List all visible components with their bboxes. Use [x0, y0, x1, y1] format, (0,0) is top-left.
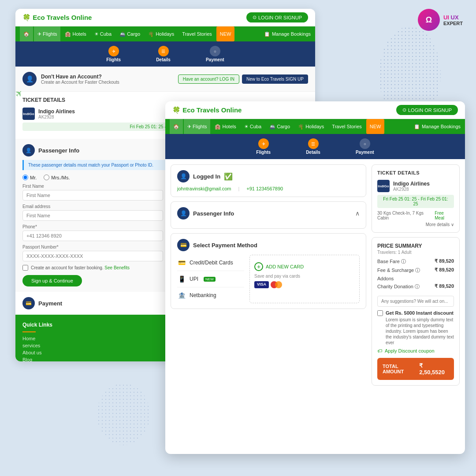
first-name-input[interactable] — [22, 190, 163, 201]
fee-row: Fee & Surcharge ⓘ ₹ 89,520 — [377, 267, 454, 274]
charity-amount: ₹ 89,520 — [435, 283, 454, 290]
signup-continue-button[interactable]: Sign up & Continue — [22, 275, 82, 286]
back-nav-new[interactable]: NEW — [216, 26, 235, 41]
back-nav-cuba[interactable]: ☀ Cuba — [91, 26, 115, 41]
credit-debit-icon: 💳 — [177, 258, 186, 267]
back-quick-links: Quick Links Home services About us Blog … — [22, 322, 162, 361]
front-nav-flights[interactable]: ✈ Flights — [184, 119, 210, 134]
front-airline-code: AK2928 — [393, 187, 430, 192]
salutation-mr[interactable]: Mr. — [22, 175, 37, 180]
uiux-logo: Ω — [418, 9, 440, 31]
front-step-payment-label: Payment — [356, 150, 374, 155]
uiux-text: UI UX EXPERT — [443, 14, 463, 26]
discount-label: Get Rs. 5000 Instant discount — [386, 310, 454, 316]
upi-label: UPI — [190, 276, 198, 282]
credit-debit-label: Credit/Debit Cards — [190, 260, 233, 266]
first-name-label: First Name — [22, 184, 163, 189]
front-airline-name: Indigo Airlines — [393, 181, 430, 187]
account-buttons: Have an account? LOG IN New to Eco Trave… — [178, 74, 308, 84]
back-nav-home[interactable]: 🏠 — [20, 26, 33, 41]
back-link-services[interactable]: services — [22, 343, 162, 348]
passport-field: Passport Number* — [22, 245, 163, 261]
back-passenger-icon: 👤 — [22, 144, 35, 156]
passenger-expand-icon[interactable]: ∧ — [355, 210, 360, 217]
passenger-info-header: 👤 Passenger Info ∧ — [177, 207, 360, 219]
fee-amount: ₹ 89,520 — [435, 267, 454, 274]
payment-netbanking[interactable]: 🏦 Netbanking — [177, 287, 244, 303]
back-nav-holidays[interactable]: 🌴 Holidays — [145, 26, 178, 41]
back-link-about[interactable]: About us — [22, 350, 162, 355]
payment-method-title: Select Payment Method — [193, 242, 257, 249]
back-nav-travel[interactable]: Travel Stories — [178, 26, 215, 41]
back-step-flights: ✈ Flights — [106, 46, 121, 62]
uiux-badge: Ω UI UX EXPERT — [418, 9, 463, 31]
front-nav-new[interactable]: NEW — [366, 119, 385, 134]
discount-text: Lorem ipsum is simply dummy text of the … — [386, 317, 454, 346]
back-nav-hotels[interactable]: 🏨 Hotels — [61, 26, 89, 41]
add-card-button[interactable]: + ADD NEW CARD — [254, 260, 355, 274]
front-airline-logo: IndiGo — [377, 180, 390, 192]
payment-upi[interactable]: 📱 UPI NEW — [177, 271, 244, 287]
email-field: Email address — [22, 204, 163, 221]
back-payment-icon: 💳 — [22, 297, 35, 309]
back-airline-info: Indigo Airlines AK2928 — [38, 108, 75, 119]
back-link-home[interactable]: Home — [22, 336, 162, 341]
front-manage-bookings[interactable]: 📋 Manage Bookings — [414, 124, 461, 130]
passenger-info-icon: 👤 — [177, 207, 190, 219]
front-nav-travel[interactable]: Travel Stories — [328, 119, 365, 134]
uiux-logo-text: Ω — [426, 15, 432, 25]
ui-label: UI — [443, 14, 449, 21]
front-nav-home[interactable]: 🏠 — [170, 119, 183, 134]
expert-label: EXPERT — [443, 21, 463, 26]
front-nav-cuba[interactable]: ☀ Cuba — [241, 119, 265, 134]
logged-in-title: Logged In — [193, 173, 220, 180]
upi-icon: 📱 — [177, 275, 186, 283]
suggestions-input[interactable] — [377, 296, 454, 307]
back-passenger-title: Passenger Info — [38, 147, 79, 154]
front-nav-holidays[interactable]: 🌴 Holidays — [294, 119, 327, 134]
back-step-details-icon: ☰ — [158, 46, 169, 56]
signup-button[interactable]: New to Eco Travels SIGN UP — [242, 74, 308, 84]
login-button[interactable]: Have an account? LOG IN — [178, 74, 239, 84]
more-details-link[interactable]: More details ∨ — [377, 222, 454, 227]
apply-coupon-row[interactable]: 🏷 Apply Discount coupon — [377, 348, 454, 353]
front-steps: ✈ Flights ☰ Details ○ Payment — [165, 134, 465, 159]
see-benefits-link[interactable]: See Benefits — [104, 265, 130, 270]
ticket-details-card: TICKET DETAILS IndiGo Indigo Airlines AK… — [372, 164, 460, 233]
total-amount-bar: TOTAL AMOUNT ₹ 2,50,5520 — [377, 358, 454, 380]
back-logo: 🍀 Eco Travels Online — [22, 14, 92, 22]
front-nav-hotels[interactable]: 🏨 Hotels — [211, 119, 239, 134]
payment-layout: 💳 Credit/Debit Cards 📱 UPI NEW 🏦 Netbank… — [177, 255, 360, 303]
passport-input[interactable] — [22, 251, 163, 261]
front-login-btn[interactable]: ⊙ LOGIN OR SIGNUP — [396, 105, 458, 115]
payment-options-list: 💳 Credit/Debit Cards 📱 UPI NEW 🏦 Netbank… — [177, 255, 244, 303]
charity-row: Charity Donation ⓘ ₹ 89,520 — [377, 283, 454, 290]
verified-icon: ✅ — [224, 172, 233, 181]
back-step-flights-label: Flights — [106, 57, 121, 62]
fee-label: Fee & Surcharge ⓘ — [377, 267, 420, 274]
front-airline-info: Indigo Airlines AK2928 — [393, 181, 430, 192]
add-card-circle: + — [254, 262, 263, 271]
back-nav-flights[interactable]: ✈ Flights — [34, 26, 60, 41]
card-hint: Save and pay via cards — [254, 274, 355, 279]
back-manage-bookings[interactable]: 📋 Manage Bookings — [264, 31, 311, 37]
discount-checkbox[interactable] — [377, 310, 383, 316]
logged-info: johntravinski@gmail.com | +91 1234567890 — [177, 186, 360, 191]
front-step-flights-label: Flights — [256, 150, 271, 155]
salutation-mrs[interactable]: Mrs./Ms. — [44, 175, 70, 180]
account-create-checkbox[interactable] — [22, 265, 28, 271]
email-input[interactable] — [22, 210, 163, 221]
front-nav-cargo[interactable]: 🚢 Cargo — [266, 119, 294, 134]
mc-icon — [271, 281, 282, 288]
back-link-blog[interactable]: Blog — [22, 357, 162, 361]
front-logo: 🍀 Eco Travels Online — [172, 106, 242, 114]
account-section: 👤 Don't Have an Account? Create an Accou… — [15, 67, 315, 92]
front-step-details: ☰ Details — [306, 138, 320, 155]
upi-new-badge: NEW — [204, 277, 216, 282]
phone-input[interactable] — [22, 231, 163, 241]
front-airline-row: IndiGo Indigo Airlines AK2928 — [377, 180, 454, 192]
payment-credit-debit[interactable]: 💳 Credit/Debit Cards — [177, 255, 244, 271]
front-flight-dates: Fri Feb 25 01: 25 - Fri Feb 25 01: 25 — [377, 195, 454, 208]
back-login-btn[interactable]: ⊙ LOGIN OR SIGNUP — [246, 12, 308, 22]
back-nav-cargo[interactable]: 🚢 Cargo — [116, 26, 144, 41]
